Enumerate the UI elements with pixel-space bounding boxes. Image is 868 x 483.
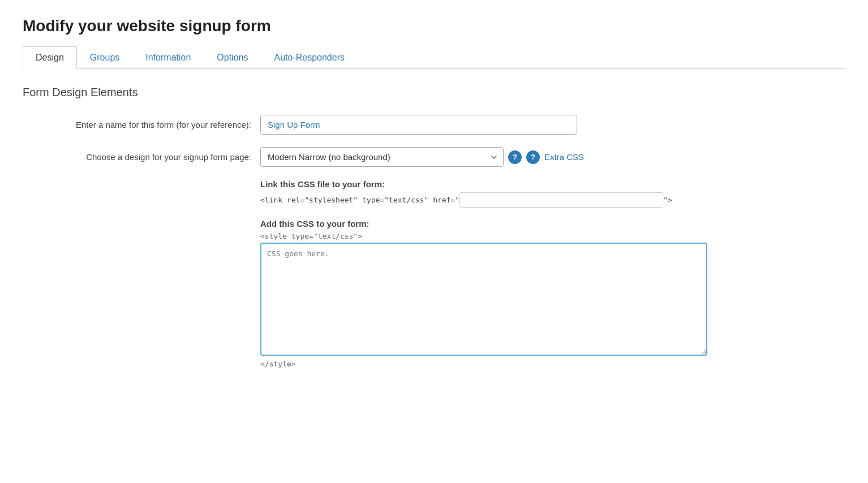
tabs-nav: Design Groups Information Options Auto-R…	[23, 46, 845, 69]
design-picker-row: Choose a design for your signup form pag…	[23, 147, 845, 167]
help-icon-2[interactable]: ?	[526, 150, 540, 164]
css-link-section-title: Link this CSS file to your form:	[260, 179, 845, 189]
css-style-open-tag: <style type="text/css">	[260, 232, 845, 240]
design-select-wrapper: Modern Narrow (no background) Modern Wid…	[260, 147, 584, 167]
css-link-suffix: ">	[663, 196, 672, 204]
page-title: Modify your website signup form	[23, 17, 845, 35]
tab-auto-responders[interactable]: Auto-Responders	[261, 46, 358, 69]
css-style-close-tag: </style>	[260, 360, 845, 368]
design-picker-label: Choose a design for your signup form pag…	[23, 152, 260, 162]
design-select[interactable]: Modern Narrow (no background) Modern Wid…	[260, 147, 504, 167]
extra-css-link[interactable]: Extra CSS	[544, 152, 584, 162]
form-name-row: Enter a name for this form (for your ref…	[23, 115, 845, 135]
form-name-input[interactable]	[260, 115, 577, 135]
section-title: Form Design Elements	[23, 86, 845, 99]
css-link-section: Link this CSS file to your form: <link r…	[260, 179, 845, 368]
tab-options[interactable]: Options	[204, 46, 261, 69]
help-icon-1[interactable]: ?	[508, 150, 522, 164]
tab-design[interactable]: Design	[23, 46, 77, 69]
css-textarea[interactable]	[260, 243, 707, 356]
tab-information[interactable]: Information	[132, 46, 204, 69]
tab-groups[interactable]: Groups	[77, 46, 132, 69]
css-add-section-title: Add this CSS to your form:	[260, 219, 845, 228]
css-link-input[interactable]	[459, 192, 663, 208]
css-link-prefix: <link rel="stylesheet" type="text/css" h…	[260, 196, 459, 204]
css-link-row: <link rel="stylesheet" type="text/css" h…	[260, 192, 845, 208]
form-name-label: Enter a name for this form (for your ref…	[23, 120, 260, 130]
form-design-section: Form Design Elements Enter a name for th…	[23, 86, 845, 368]
